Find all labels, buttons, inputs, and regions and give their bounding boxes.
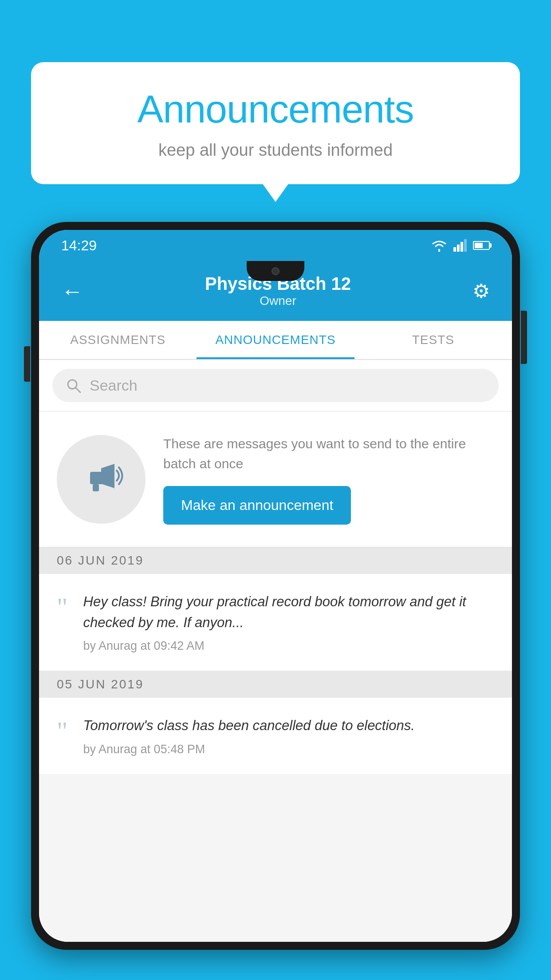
wifi-icon: [431, 239, 447, 252]
search-bar-container: Search: [39, 360, 512, 411]
svg-marker-6: [101, 464, 114, 488]
phone-wrapper: 14:29: [31, 222, 520, 980]
announcement-meta-1: by Anurag at 09:42 AM: [83, 639, 495, 653]
announcement-item-2[interactable]: " Tomorrow's class has been cancelled du…: [39, 698, 512, 774]
quote-icon-2: ": [57, 718, 68, 744]
status-bar: 14:29: [39, 230, 512, 261]
tab-announcements[interactable]: ANNOUNCEMENTS: [197, 321, 354, 359]
battery-icon: [473, 241, 490, 250]
phone-outer: 14:29: [31, 222, 520, 950]
tabs-bar: ASSIGNMENTS ANNOUNCEMENTS TESTS: [39, 321, 512, 360]
announcement-info: These are messages you want to send to t…: [163, 434, 494, 525]
header-subtitle: Owner: [88, 294, 468, 308]
search-icon: [66, 378, 82, 394]
svg-rect-7: [90, 472, 102, 484]
svg-rect-0: [453, 247, 456, 252]
tab-assignments[interactable]: ASSIGNMENTS: [39, 321, 197, 359]
announcement-text-group-1: Hey class! Bring your practical record b…: [83, 592, 495, 653]
phone-notch: [247, 261, 304, 281]
announcement-placeholder-card: These are messages you want to send to t…: [39, 411, 512, 547]
svg-rect-1: [457, 245, 460, 252]
quote-icon-1: ": [57, 594, 68, 620]
notch-camera: [272, 267, 279, 275]
search-placeholder: Search: [90, 377, 138, 394]
tab-tests[interactable]: TESTS: [354, 321, 512, 359]
svg-rect-3: [464, 239, 467, 252]
svg-rect-8: [93, 484, 99, 491]
svg-line-5: [75, 387, 80, 392]
speech-bubble-section: Announcements keep all your students inf…: [31, 62, 520, 184]
make-announcement-button[interactable]: Make an announcement: [163, 486, 351, 525]
phone-screen: 14:29: [39, 230, 512, 942]
date-separator-2: 05 JUN 2019: [39, 671, 512, 698]
bubble-subtitle: keep all your students informed: [58, 141, 493, 160]
speech-bubble: Announcements keep all your students inf…: [31, 62, 520, 184]
announcement-text-2: Tomorrow's class has been cancelled due …: [83, 715, 495, 736]
megaphone-circle: [57, 435, 146, 524]
search-bar[interactable]: Search: [52, 369, 499, 402]
announcement-meta-2: by Anurag at 05:48 PM: [83, 743, 495, 756]
announcement-description: These are messages you want to send to t…: [163, 434, 494, 474]
bubble-title: Announcements: [58, 87, 493, 132]
date-separator-1: 06 JUN 2019: [39, 547, 512, 574]
signal-icon: [453, 239, 467, 252]
announcement-item-1[interactable]: " Hey class! Bring your practical record…: [39, 574, 512, 671]
svg-rect-2: [460, 242, 463, 252]
content-area: Search: [39, 360, 512, 942]
announcement-text-1: Hey class! Bring your practical record b…: [83, 592, 495, 633]
settings-button[interactable]: ⚙: [468, 275, 494, 307]
back-button[interactable]: ←: [57, 274, 88, 308]
status-time: 14:29: [61, 237, 97, 254]
megaphone-icon: [77, 455, 126, 504]
announcement-text-group-2: Tomorrow's class has been cancelled due …: [83, 715, 495, 756]
battery-fill: [475, 243, 483, 248]
status-icons: [431, 239, 490, 252]
